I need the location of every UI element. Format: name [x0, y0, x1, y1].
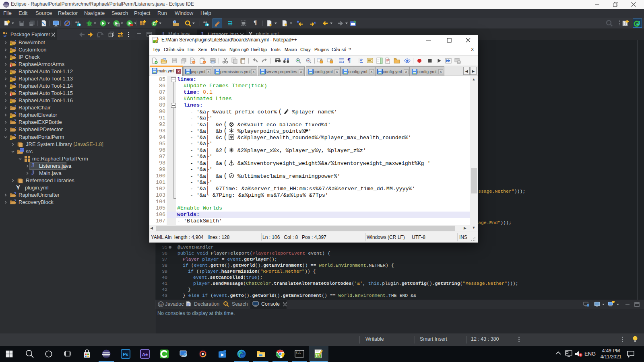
svg-text:C: C	[153, 22, 155, 26]
svg-text:Ps: Ps	[123, 352, 128, 357]
svg-text:@: @	[159, 302, 163, 306]
svg-text:a: a	[285, 58, 286, 60]
svg-text:Ae: Ae	[142, 352, 148, 357]
svg-text:b: b	[287, 58, 289, 60]
